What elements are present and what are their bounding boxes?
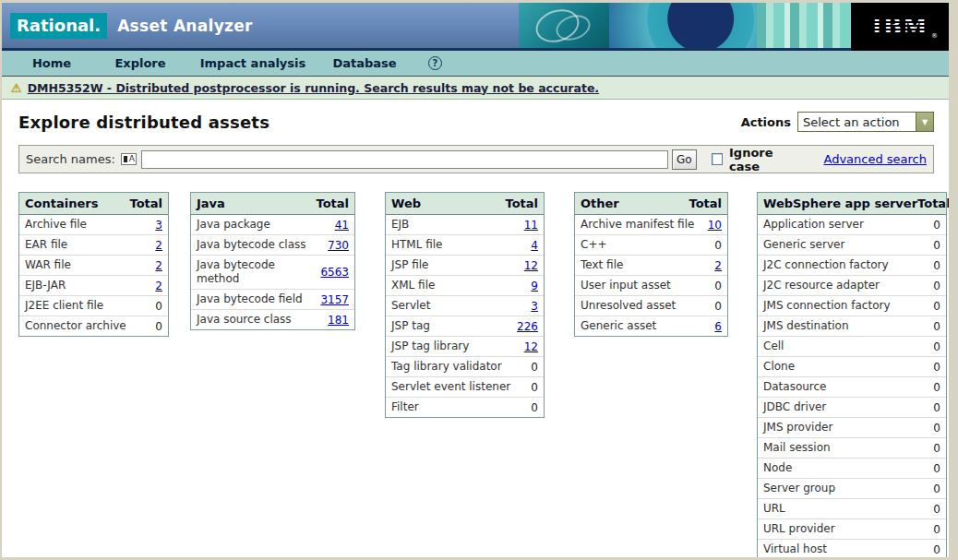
panel-title: Web — [391, 197, 421, 210]
actions-group: Actions Select an action ▼ — [741, 112, 934, 132]
asset-count-link[interactable]: 10 — [708, 219, 722, 232]
panel-header: Containers Total — [19, 193, 168, 215]
asset-panel: WebSphere app server Total Application s… — [757, 192, 947, 557]
asset-count-link[interactable]: 3 — [155, 219, 162, 232]
table-row: Virtual host0 — [758, 540, 946, 557]
panel-header: Java Total — [191, 193, 354, 215]
asset-panel: Other Total Archive manifest file10C++0T… — [574, 192, 728, 337]
asset-count: 0 — [933, 340, 940, 353]
advanced-search-link[interactable]: Advanced search — [823, 152, 927, 166]
panel-rows: EJB11HTML file4JSP file12XML file9Servle… — [386, 215, 544, 417]
asset-count-link[interactable]: 6 — [714, 320, 722, 333]
asset-count: 3 — [531, 300, 538, 313]
asset-count-link[interactable]: 11 — [524, 219, 538, 232]
table-row: JMS provider0 — [758, 418, 946, 438]
ignore-case-checkbox[interactable] — [712, 153, 723, 165]
go-button[interactable]: Go — [672, 149, 697, 170]
panel-rows: Archive manifest file10C++0Text file2Use… — [575, 215, 727, 336]
asset-type-label: J2EE client file — [25, 299, 107, 313]
artwork-teal-columns — [757, 3, 851, 48]
table-row: Filter0 — [386, 398, 544, 417]
asset-type-label: JDBC driver — [763, 400, 830, 414]
asset-panels: Containers Total Archive file3EAR file2W… — [2, 192, 949, 557]
artwork-teal-circles — [519, 3, 609, 48]
asset-count: 0 — [933, 401, 940, 414]
help-icon[interactable]: ? — [428, 56, 442, 70]
nav-item-explore[interactable]: Explore — [98, 56, 183, 70]
asset-type-label: URL provider — [763, 522, 839, 536]
asset-type-label: Java bytecode class — [197, 238, 310, 252]
asset-count-link[interactable]: 226 — [517, 320, 538, 333]
asset-count: 0 — [531, 361, 538, 374]
nav-item-home[interactable]: Home — [6, 56, 98, 70]
panel-total-label: Total — [917, 197, 949, 210]
table-row: JSP file12 — [386, 256, 544, 276]
asset-count-link[interactable]: 2 — [155, 259, 162, 272]
panel-total-label: Total — [505, 197, 538, 210]
nav-item-database[interactable]: Database — [323, 56, 406, 70]
asset-count-link[interactable]: 9 — [531, 280, 538, 292]
asset-type-label: Mail session — [763, 441, 834, 455]
asset-type-label: JSP file — [391, 258, 432, 272]
asset-count-link[interactable]: 730 — [328, 239, 349, 252]
asset-count: 226 — [517, 320, 538, 333]
table-row: Java bytecode method6563 — [191, 256, 354, 290]
nav-item-impact-analysis[interactable]: Impact analysis — [183, 56, 323, 70]
chevron-down-icon[interactable]: ▼ — [916, 113, 933, 131]
table-row: Connector archive0 — [19, 316, 168, 336]
warning-message-link[interactable]: DMH5352W - Distributed postprocessor is … — [28, 81, 599, 95]
asset-count-link[interactable]: 3157 — [320, 293, 349, 306]
asset-count-link[interactable]: 6563 — [320, 266, 349, 279]
asset-type-label: Cell — [763, 340, 787, 353]
asset-type-label: Java bytecode field — [197, 292, 306, 306]
actions-select[interactable]: Select an action ▼ — [797, 112, 934, 132]
asset-type-label: JSP tag library — [391, 340, 473, 353]
panel-header: Web Total — [386, 193, 544, 215]
asset-count: 0 — [531, 381, 538, 394]
table-row: Clone0 — [758, 357, 946, 377]
table-row: Application server0 — [758, 215, 946, 235]
asset-count: 6563 — [320, 266, 349, 279]
table-row: Java source class181 — [191, 310, 354, 329]
screen: Rational. Asset Analyzer IBM ® Home Expl… — [0, 0, 958, 560]
asset-type-label: Archive manifest file — [581, 218, 698, 232]
panel-rows: Archive file3EAR file2WAR file2EJB-JAR2J… — [19, 215, 168, 336]
asset-count: 41 — [335, 219, 349, 232]
asset-count-link[interactable]: 12 — [524, 259, 538, 272]
asset-count: 0 — [933, 523, 940, 536]
asset-count-link[interactable]: 2 — [155, 239, 162, 252]
asset-count-link[interactable]: 2 — [714, 259, 722, 272]
table-row: J2C resource adapter0 — [758, 276, 946, 296]
panel-title: WebSphere app server — [763, 197, 917, 210]
asset-count-link[interactable]: 3 — [531, 300, 538, 313]
asset-count: 0 — [933, 483, 940, 495]
table-row: EAR file2 — [19, 235, 168, 256]
asset-count: 0 — [933, 361, 940, 374]
asset-count: 0 — [155, 320, 162, 333]
search-input[interactable] — [141, 150, 668, 169]
table-row: WAR file2 — [19, 256, 168, 276]
asset-count-link[interactable]: 2 — [155, 280, 162, 292]
table-row: Text file2 — [575, 256, 727, 276]
table-row: Servlet event listener0 — [386, 377, 544, 398]
asset-type-label: EJB-JAR — [25, 279, 69, 292]
asset-type-label: C++ — [581, 238, 611, 252]
asset-count: 2 — [714, 259, 722, 272]
asset-count: 0 — [714, 300, 722, 313]
asset-panel: Java Total Java package41Java bytecode c… — [190, 192, 355, 330]
asset-type-label: Archive file — [25, 218, 90, 232]
banner-artwork — [519, 3, 851, 48]
panel-title: Other — [581, 197, 619, 210]
panel-rows: Java package41Java bytecode class730Java… — [191, 215, 354, 329]
asset-count: 0 — [933, 320, 940, 333]
asset-count: 10 — [708, 219, 722, 232]
app-banner: Rational. Asset Analyzer IBM ® — [2, 3, 949, 51]
asset-count-link[interactable]: 4 — [531, 239, 538, 252]
table-row: J2C connection factory0 — [758, 256, 946, 276]
asset-count-link[interactable]: 41 — [335, 219, 349, 232]
asset-panel: Containers Total Archive file3EAR file2W… — [18, 192, 169, 337]
asset-count: 0 — [933, 422, 940, 435]
asset-count-link[interactable]: 12 — [524, 340, 538, 353]
asset-count-link[interactable]: 181 — [328, 314, 349, 327]
title-row: Explore distributed assets Actions Selec… — [2, 112, 949, 132]
